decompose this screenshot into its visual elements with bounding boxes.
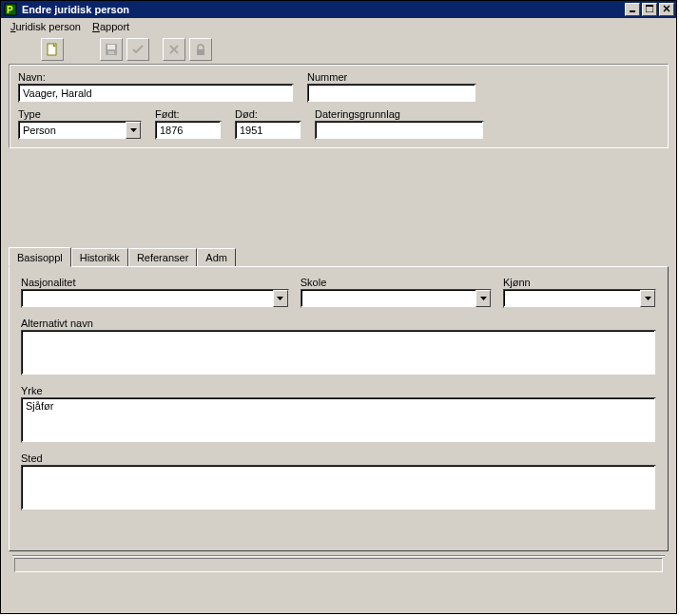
yrke-label: Yrke bbox=[21, 385, 656, 396]
nasjonalitet-combo[interactable] bbox=[21, 289, 289, 308]
tab-basisoppl[interactable]: Basisoppl bbox=[9, 247, 71, 267]
tab-referanser[interactable]: Referanser bbox=[128, 248, 197, 266]
menu-juridisk-person[interactable]: Juridisk person bbox=[5, 20, 87, 33]
tab-panel-basis: Nasjonalitet Skole K bbox=[9, 266, 669, 551]
menu-rapport[interactable]: Rapport bbox=[87, 20, 135, 33]
minimize-button[interactable] bbox=[625, 3, 640, 16]
yrke-input[interactable] bbox=[21, 397, 656, 443]
new-button[interactable] bbox=[41, 38, 64, 61]
kjonn-combo[interactable] bbox=[503, 289, 656, 308]
chevron-down-icon bbox=[640, 290, 655, 307]
dater-input[interactable] bbox=[315, 121, 484, 140]
svg-text:P: P bbox=[7, 5, 13, 15]
skole-combo[interactable] bbox=[301, 289, 492, 308]
navn-label: Navn: bbox=[18, 71, 294, 83]
status-bar bbox=[12, 555, 665, 574]
svg-marker-15 bbox=[130, 128, 137, 132]
alternativt-navn-label: Alternativt navn bbox=[21, 318, 656, 329]
window-title: Endre juridisk person bbox=[22, 4, 623, 15]
nasjonalitet-label: Nasjonalitet bbox=[21, 277, 289, 288]
dater-label: Dateringsgrunnlag bbox=[315, 108, 484, 120]
tabstrip: Basisoppl Historikk Referanser Adm bbox=[9, 247, 669, 266]
fodt-label: Født: bbox=[155, 108, 222, 120]
navn-input[interactable] bbox=[18, 84, 294, 103]
sted-label: Sted bbox=[21, 452, 656, 464]
svg-rect-11 bbox=[108, 51, 114, 54]
fodt-input[interactable] bbox=[155, 121, 222, 140]
kjonn-label: Kjønn bbox=[503, 277, 656, 288]
app-icon: P bbox=[3, 2, 18, 17]
dod-input[interactable] bbox=[235, 121, 301, 140]
form-panel: Navn: Nummer Type Person Født: bbox=[9, 64, 669, 148]
nummer-input[interactable] bbox=[307, 84, 476, 103]
save-button[interactable] bbox=[100, 38, 123, 61]
sted-input[interactable] bbox=[21, 465, 656, 510]
type-combo[interactable]: Person bbox=[18, 121, 142, 140]
alternativt-navn-input[interactable] bbox=[21, 330, 656, 375]
skole-label: Skole bbox=[301, 277, 492, 288]
app-window: P Endre juridisk person Juridisk person … bbox=[0, 0, 677, 614]
maximize-button[interactable] bbox=[642, 3, 657, 16]
tab-adm[interactable]: Adm bbox=[197, 248, 236, 266]
svg-rect-4 bbox=[646, 5, 653, 7]
lock-button[interactable] bbox=[189, 38, 212, 61]
cancel-button[interactable] bbox=[163, 38, 185, 61]
chevron-down-icon bbox=[475, 290, 491, 307]
svg-marker-18 bbox=[645, 297, 651, 300]
content-area: Navn: Nummer Type Person Født: bbox=[1, 64, 676, 613]
close-button[interactable] bbox=[659, 3, 674, 16]
svg-rect-10 bbox=[107, 45, 115, 49]
tabs-container: Basisoppl Historikk Referanser Adm Nasjo… bbox=[9, 247, 669, 551]
tab-historikk[interactable]: Historikk bbox=[71, 248, 128, 266]
svg-marker-17 bbox=[480, 297, 487, 300]
svg-rect-2 bbox=[630, 10, 635, 12]
type-value: Person bbox=[19, 125, 126, 136]
menubar: Juridisk person Rapport bbox=[1, 18, 676, 35]
svg-rect-14 bbox=[197, 49, 204, 55]
svg-marker-16 bbox=[277, 297, 283, 300]
confirm-button[interactable] bbox=[126, 38, 149, 61]
window-controls bbox=[623, 3, 674, 16]
chevron-down-icon bbox=[273, 290, 288, 307]
nummer-label: Nummer bbox=[307, 71, 476, 83]
dod-label: Død: bbox=[235, 108, 301, 120]
titlebar: P Endre juridisk person bbox=[1, 1, 676, 18]
type-label: Type bbox=[18, 108, 142, 120]
chevron-down-icon bbox=[126, 122, 141, 139]
toolbar bbox=[1, 35, 676, 64]
status-cell bbox=[14, 558, 663, 572]
